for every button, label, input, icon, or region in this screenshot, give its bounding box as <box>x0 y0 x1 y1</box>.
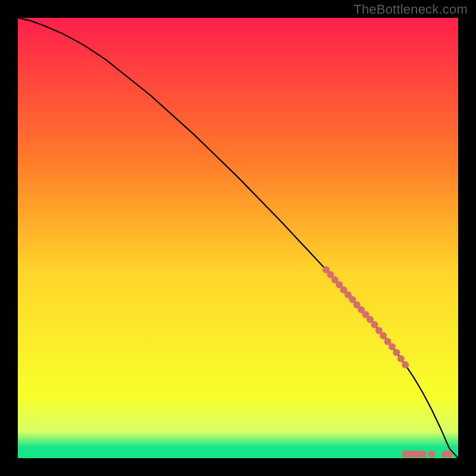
chart-stage: TheBottleneck.com <box>0 0 476 476</box>
data-point <box>402 361 409 368</box>
data-point <box>428 450 436 458</box>
data-points-layer <box>18 18 458 458</box>
data-point <box>393 349 400 356</box>
data-point <box>389 343 396 350</box>
data-points-group <box>322 266 453 458</box>
plot-area <box>18 18 458 458</box>
data-point <box>371 321 378 328</box>
data-point <box>446 450 453 458</box>
data-point <box>419 450 427 458</box>
data-point <box>397 355 405 362</box>
data-point <box>380 332 387 339</box>
watermark-text: TheBottleneck.com <box>353 2 468 17</box>
